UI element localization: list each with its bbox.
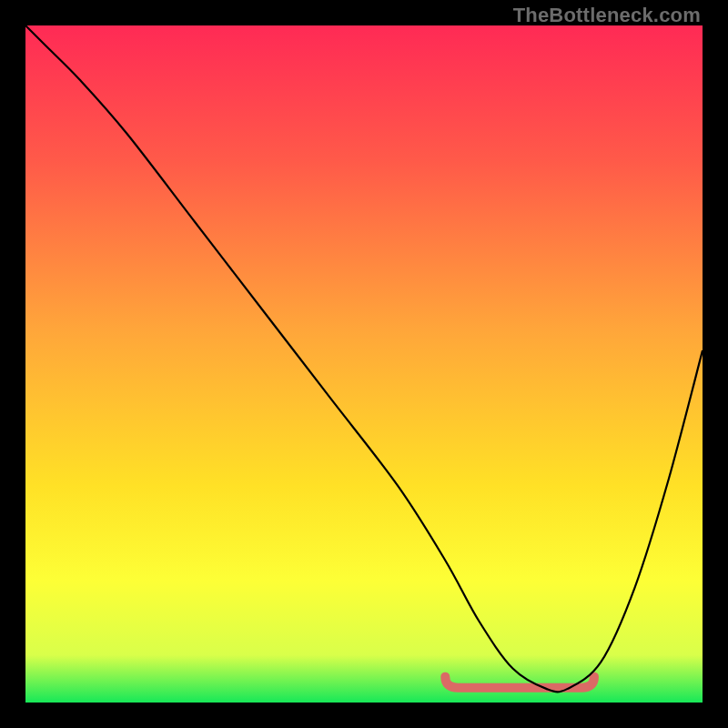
chart-frame (25, 25, 703, 703)
watermark-text: TheBottleneck.com (513, 4, 701, 27)
bottleneck-chart (25, 25, 703, 703)
chart-background (25, 25, 703, 703)
